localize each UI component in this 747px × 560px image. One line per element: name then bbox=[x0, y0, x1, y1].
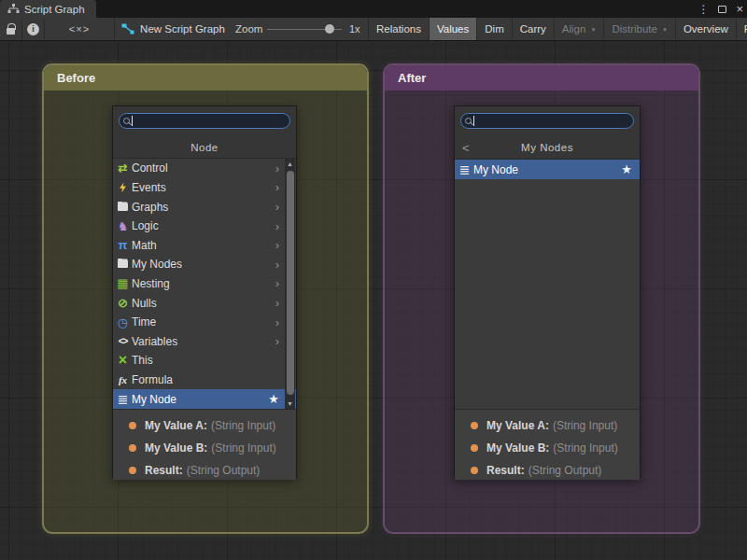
list-item-my-node[interactable]: My Node ★ bbox=[113, 389, 296, 409]
list-item-graphs[interactable]: Graphs › bbox=[113, 197, 296, 217]
list-item-this[interactable]: This bbox=[113, 351, 296, 371]
fuzzy-finder-before: Node Control › Events › Graphs › bbox=[112, 105, 297, 479]
scrollbar-thumb[interactable] bbox=[287, 171, 294, 395]
port-row: Result: (String Output) bbox=[455, 459, 640, 482]
search-input[interactable] bbox=[460, 113, 634, 129]
chevron-right-icon: › bbox=[275, 315, 279, 329]
chevron-right-icon: › bbox=[275, 200, 279, 214]
finder-header: Node bbox=[113, 137, 296, 158]
zoom-slider[interactable] bbox=[267, 18, 342, 40]
port-row: My Value A: (String Input) bbox=[455, 414, 640, 437]
distribute-dropdown[interactable]: Distribute ▼ bbox=[603, 18, 675, 40]
tab-bar: Script Graph ⋮ × bbox=[0, 0, 747, 18]
favorite-star-icon[interactable]: ★ bbox=[268, 392, 279, 406]
finder-header: < My Nodes bbox=[455, 137, 640, 158]
logic-icon bbox=[116, 219, 130, 232]
list-item-my-node[interactable]: My Node ★ bbox=[455, 160, 640, 180]
port-row: My Value B: (String Input) bbox=[455, 437, 640, 459]
text-caret bbox=[132, 116, 133, 126]
list-item-my-nodes[interactable]: My Nodes › bbox=[113, 255, 296, 274]
lightning-icon bbox=[116, 181, 130, 194]
port-dot-icon bbox=[129, 444, 136, 452]
port-dot-icon bbox=[471, 422, 478, 429]
menu-icon[interactable]: ⋮ bbox=[698, 3, 709, 16]
search-icon bbox=[123, 118, 130, 124]
group-after-header[interactable]: After bbox=[385, 65, 698, 91]
chevron-down-icon: ▼ bbox=[590, 25, 596, 33]
list-item-math[interactable]: Math › bbox=[113, 235, 296, 255]
list-item-formula[interactable]: Formula bbox=[113, 371, 296, 390]
list-item-time[interactable]: Time › bbox=[113, 313, 296, 332]
node-list: Control › Events › Graphs › Logic › bbox=[113, 158, 296, 409]
edit-script-button[interactable]: <×> bbox=[45, 18, 114, 40]
list-item-nulls[interactable]: Nulls › bbox=[113, 293, 296, 313]
node-icon bbox=[458, 163, 472, 176]
inspect-button[interactable]: i bbox=[22, 18, 44, 40]
close-icon[interactable]: × bbox=[736, 3, 743, 15]
script-graph-window: Script Graph ⋮ × i <×> New Script Graph bbox=[0, 0, 747, 560]
chevron-right-icon: › bbox=[275, 258, 279, 272]
node-preview-ports: My Value A: (String Input) My Value B: (… bbox=[113, 409, 296, 480]
fullscreen-button[interactable]: Full Screen bbox=[736, 18, 747, 40]
scroll-down-icon[interactable]: ▼ bbox=[285, 400, 295, 407]
search-input[interactable] bbox=[119, 113, 290, 129]
chevron-right-icon: › bbox=[275, 219, 279, 233]
node-icon bbox=[116, 393, 130, 406]
group-before-header[interactable]: Before bbox=[44, 65, 367, 91]
list-item-nesting[interactable]: Nesting › bbox=[113, 274, 296, 294]
fuzzy-finder-after: < My Nodes My Node ★ My Value A: (String… bbox=[454, 105, 641, 479]
info-icon: i bbox=[27, 23, 39, 35]
finder-header-title: My Nodes bbox=[521, 142, 573, 153]
list-item-control[interactable]: Control › bbox=[113, 159, 296, 178]
overview-button[interactable]: Overview bbox=[675, 18, 736, 40]
maximize-icon[interactable] bbox=[718, 6, 726, 13]
port-dot-icon bbox=[129, 422, 136, 429]
favorite-star-icon[interactable]: ★ bbox=[621, 162, 632, 176]
port-row: Result: (String Output) bbox=[113, 459, 296, 482]
graph-hierarchy-icon bbox=[7, 4, 20, 14]
chevron-down-icon: ▼ bbox=[662, 25, 668, 33]
back-icon[interactable]: < bbox=[462, 141, 470, 155]
dim-button[interactable]: Dim bbox=[476, 18, 511, 40]
chevron-right-icon: › bbox=[275, 334, 279, 348]
chevron-right-icon: › bbox=[275, 238, 279, 252]
code-icon: <×> bbox=[69, 23, 90, 35]
zoom-slider-handle[interactable] bbox=[325, 24, 334, 34]
zoom-label: Zoom bbox=[235, 18, 262, 40]
chevron-right-icon: › bbox=[275, 296, 279, 310]
chevron-right-icon: › bbox=[275, 276, 279, 290]
port-dot-icon bbox=[129, 467, 136, 474]
formula-icon bbox=[116, 373, 130, 386]
finder-header-title: Node bbox=[190, 142, 218, 153]
port-dot-icon bbox=[471, 444, 478, 452]
lock-button[interactable] bbox=[0, 18, 21, 40]
list-item-variables[interactable]: Variables › bbox=[113, 331, 296, 351]
lock-icon bbox=[7, 28, 15, 35]
port-dot-icon bbox=[471, 467, 478, 474]
scrollbar[interactable]: ▲ ▼ bbox=[285, 159, 295, 409]
clock-icon bbox=[116, 315, 130, 329]
node-link-icon bbox=[121, 23, 134, 35]
list-item-logic[interactable]: Logic › bbox=[113, 217, 296, 236]
folder-icon bbox=[116, 258, 130, 271]
carry-button[interactable]: Carry bbox=[512, 18, 554, 40]
variables-icon bbox=[116, 335, 130, 348]
relations-button[interactable]: Relations bbox=[368, 18, 429, 40]
node-preview-ports: My Value A: (String Input) My Value B: (… bbox=[455, 409, 640, 480]
scroll-up-icon[interactable]: ▲ bbox=[285, 161, 295, 167]
tab-title: Script Graph bbox=[24, 4, 85, 15]
tab-script-graph[interactable]: Script Graph bbox=[0, 0, 96, 18]
empty-list-area bbox=[455, 179, 640, 410]
align-dropdown[interactable]: Align ▼ bbox=[554, 18, 604, 40]
window-controls: ⋮ × bbox=[698, 0, 743, 18]
new-script-graph-button[interactable]: New Script Graph bbox=[115, 18, 232, 40]
chevron-right-icon: › bbox=[275, 180, 279, 194]
graph-canvas[interactable]: Before After Node Control bbox=[0, 41, 747, 560]
list-item-events[interactable]: Events › bbox=[113, 178, 296, 198]
port-row: My Value B: (String Input) bbox=[113, 437, 296, 459]
chevron-right-icon: › bbox=[275, 161, 279, 175]
values-button[interactable]: Values bbox=[429, 18, 476, 40]
this-icon bbox=[116, 354, 130, 367]
pi-icon bbox=[116, 239, 130, 252]
zoom-value: 1x bbox=[349, 18, 360, 40]
